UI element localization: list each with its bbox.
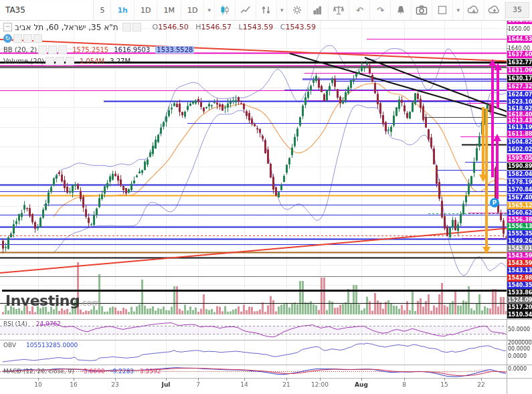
- high-label: H: [195, 23, 201, 31]
- layout-count-label[interactable]: 35: [505, 2, 529, 18]
- price-axis-label: 1540.35: [507, 282, 532, 289]
- bb-label[interactable]: BB (20, 2): [3, 46, 37, 54]
- top-toolbar: TA35 51h1D1M1D▾▾↶↷▾ 35: [0, 0, 532, 21]
- eye-icon[interactable]: [122, 23, 131, 31]
- eye-icon[interactable]: [38, 45, 47, 54]
- obv-value: 105513285.0000: [26, 342, 78, 349]
- time-axis-label: 7: [196, 381, 200, 388]
- price-axis-label: 1582.04: [507, 171, 532, 178]
- time-axis-label: 12:00: [311, 381, 329, 388]
- price-axis-label: 1542.98: [507, 274, 532, 282]
- loading-indicator-row: ↻: [3, 33, 316, 43]
- obv-scale-top-label: 200000000.0000: [508, 340, 532, 352]
- symbol-legend-row: − ת"א 35, ישראל, 60, תל אביב O1546.50 H1…: [3, 22, 316, 32]
- eye-icon[interactable]: [13, 34, 22, 43]
- price-axis-label: 1549.26: [507, 237, 532, 245]
- time-axis-label: 10: [34, 381, 41, 388]
- symbol-input[interactable]: TA35: [0, 1, 94, 20]
- macd-label: MACD (12, 26, close, 9): [3, 368, 74, 375]
- settings-gear-icon[interactable]: [56, 57, 64, 66]
- settings-gear-icon[interactable]: [48, 45, 57, 54]
- settings-gear-icon[interactable]: [23, 34, 32, 43]
- time-axis-label: Jul: [162, 381, 171, 388]
- close-icon[interactable]: [132, 23, 141, 31]
- close-icon[interactable]: [66, 57, 74, 66]
- timeframe-button-1d[interactable]: 1D: [135, 1, 157, 20]
- obv-scale-bottom-label: 0.0000: [508, 353, 532, 359]
- price-axis-label: 1637.60: [507, 51, 532, 58]
- volume-label[interactable]: Volume (20): [3, 58, 44, 65]
- price-axis-label: 1517.20: [507, 304, 532, 311]
- rsi-scale-label: 50.0000: [508, 326, 532, 332]
- macd-scale-label: 0.0000: [508, 366, 532, 372]
- close-value: 1543.59: [285, 23, 316, 31]
- time-axis-label: 22: [477, 381, 484, 388]
- macd-hist-value: -5.6690: [82, 368, 105, 375]
- refresh-spinner-icon[interactable]: ↻: [3, 34, 12, 43]
- price-axis-label: 1602.02: [507, 146, 532, 153]
- eye-icon[interactable]: [46, 57, 54, 66]
- price-axis-label: 1524.09: [507, 296, 532, 304]
- bb-indicator-row: BB (20, 2) 1575.2515 1616.9503 1533.5528: [3, 45, 316, 55]
- compare-icon[interactable]: [256, 1, 277, 20]
- chart-legend: − ת"א 35, ישראל, 60, תל אביב O1546.50 H1…: [3, 22, 316, 68]
- price-axis-label: 1543.59: [507, 260, 532, 267]
- price-axis-label: 1543.59: [507, 252, 532, 260]
- price-axis-label: 1533.86: [507, 289, 532, 296]
- watermark-suffix: .com: [80, 298, 100, 308]
- time-axis-label: 23: [111, 381, 118, 388]
- price-axis-label: 1630.17: [507, 75, 532, 82]
- price-axis-label: 1624.07: [507, 91, 532, 98]
- close-icon[interactable]: [33, 34, 42, 43]
- alert-bell-icon[interactable]: [391, 1, 412, 20]
- timeframe-button-1d[interactable]: 1D: [181, 1, 204, 20]
- price-axis-label: 1650.00: [507, 25, 532, 33]
- settings-gear-icon[interactable]: [287, 1, 308, 20]
- obv-legend-row[interactable]: OBV 105513285.0000: [3, 342, 78, 349]
- high-value: 1546.57: [201, 23, 232, 31]
- scales-icon[interactable]: [329, 1, 349, 20]
- watermark-main: Investing: [5, 292, 80, 309]
- close-icon[interactable]: [58, 45, 67, 54]
- time-axis-label: 8: [402, 381, 406, 388]
- collapse-legend-icon[interactable]: −: [3, 23, 12, 31]
- price-axis-label: 1590.89: [507, 163, 532, 170]
- rsi-legend-row[interactable]: RSI (14) 24.9762: [3, 320, 61, 327]
- symbol-title[interactable]: ת"א 35, ישראל, 60, תל אביב: [15, 23, 118, 32]
- cloud-download-icon[interactable]: [464, 1, 484, 20]
- undo-icon[interactable]: ↶: [349, 1, 370, 20]
- price-axis-label: 1567.40: [507, 194, 532, 201]
- open-value: 1546.50: [158, 23, 189, 31]
- bb-lower-value: 1533.5528: [155, 46, 194, 54]
- redo-icon[interactable]: ↷: [370, 1, 391, 20]
- layout-square-icon[interactable]: [432, 1, 453, 20]
- indicators-icon[interactable]: [308, 1, 329, 20]
- cloud-upload-icon[interactable]: [484, 1, 505, 20]
- charting-app: { "toolbar": { "symbol": "TA35", "layout…: [0, 0, 532, 394]
- rsi-label: RSI (14): [3, 320, 27, 327]
- volume-indicator-row: Volume (20) 1.054M 3.27M: [3, 56, 316, 66]
- ohlc-readout: O1546.50 H1546.57 L1543.59 C1543.59: [148, 23, 316, 31]
- time-axis-label: 21: [282, 381, 290, 388]
- investing-watermark: Investing.com: [5, 292, 100, 309]
- price-axis-label: 1604.82: [507, 138, 532, 146]
- chevron-down-icon[interactable]: ▾: [277, 1, 288, 20]
- line-chart-icon[interactable]: [236, 1, 256, 20]
- camera-icon[interactable]: [412, 1, 432, 20]
- chevron-down-icon[interactable]: ▾: [204, 1, 215, 20]
- timeframe-button-5[interactable]: 5: [94, 1, 111, 20]
- volume-value: 1.054M: [80, 58, 104, 65]
- rsi-value: 24.9762: [36, 320, 61, 327]
- candlestick-chart-icon[interactable]: [215, 1, 236, 20]
- timeframe-button-1h[interactable]: 1h: [111, 1, 135, 20]
- chevron-down-icon[interactable]: ▾: [453, 1, 464, 20]
- bb-upper-value: 1616.9503: [114, 46, 150, 54]
- price-axis-label: 1627.32: [507, 83, 532, 90]
- timeframe-button-1m[interactable]: 1M: [157, 1, 181, 20]
- price-axis-label: 1611.88: [507, 130, 532, 138]
- price-axis-label: 1595.05: [507, 155, 532, 162]
- obv-label: OBV: [3, 342, 16, 349]
- bb-basis-value: 1575.2515: [72, 46, 108, 54]
- macd-legend-row[interactable]: MACD (12, 26, close, 9) -5.6690 -9.2283 …: [3, 368, 161, 375]
- time-axis-label: Aug: [355, 381, 368, 388]
